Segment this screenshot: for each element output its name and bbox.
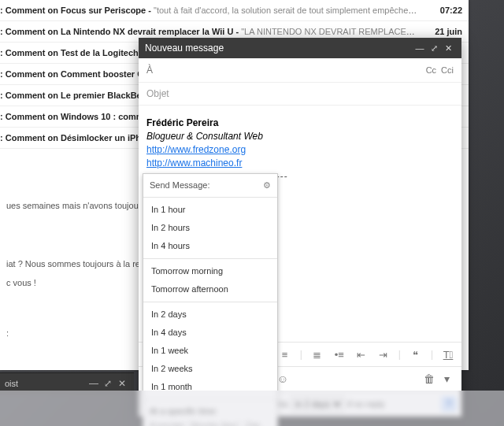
schedule-popover: Send Message: ⚙ In 1 hourIn 2 hoursIn 4 … (143, 173, 278, 426)
inbox-time: 07:22 (419, 6, 462, 15)
minimize-icon[interactable]: — (87, 378, 101, 389)
signature-name: Frédéric Pereira (146, 117, 454, 130)
inbox-subject: : Comment on Focus sur Periscope - "tout… (0, 6, 419, 15)
inbox-time: 21 juin (419, 27, 462, 36)
list-bullet-icon[interactable]: •≡ (332, 349, 346, 361)
schedule-header: Send Message: (150, 179, 209, 192)
expand-icon[interactable]: ⤢ (427, 43, 441, 54)
gear-icon[interactable]: ⚙ (263, 179, 271, 192)
quote-icon[interactable]: ❝ (409, 349, 423, 361)
signature-role: Blogueur & Consultant Web (146, 130, 454, 143)
cc-toggle[interactable]: Cc (426, 65, 436, 75)
more-menu-icon[interactable]: ▾ (438, 372, 455, 385)
minimized-chat-label: oist (5, 379, 87, 388)
schedule-option[interactable]: In 1 week (143, 342, 277, 360)
align-icon[interactable]: ≡ (278, 349, 292, 361)
expand-icon[interactable]: ⤢ (101, 378, 115, 389)
schedule-option[interactable]: In 1 hour (143, 201, 277, 219)
dock (0, 391, 504, 426)
bcc-toggle[interactable]: Cci (441, 65, 454, 75)
close-icon[interactable]: ✕ (115, 378, 129, 389)
schedule-option[interactable]: In 2 weeks (143, 360, 277, 378)
schedule-option[interactable]: In 2 hours (143, 219, 277, 237)
subject-field[interactable]: Objet (146, 88, 169, 99)
compose-title: Nouveau message (145, 43, 413, 54)
trash-icon[interactable]: 🗑 (421, 372, 438, 385)
inbox-subject: : Comment on La Nintendo NX devrait remp… (0, 27, 419, 36)
compose-window: Nouveau message — ⤢ ✕ À Cc Cci Objet Fré… (139, 38, 461, 417)
list-ordered-icon[interactable]: ≣ (310, 349, 324, 361)
schedule-option[interactable]: In 2 days (143, 306, 277, 324)
schedule-option[interactable]: In 4 days (143, 324, 277, 342)
indent-less-icon[interactable]: ⇤ (354, 349, 369, 361)
schedule-option[interactable]: In 4 hours (143, 237, 277, 255)
compose-titlebar[interactable]: Nouveau message — ⤢ ✕ (139, 38, 461, 58)
signature-link-2[interactable]: http://www.machineo.fr (146, 157, 242, 169)
compose-body[interactable]: Frédéric Pereira Blogueur & Consultant W… (139, 106, 461, 342)
indent-more-icon[interactable]: ⇥ (376, 349, 391, 361)
signature-link-1[interactable]: http://www.fredzone.org (146, 144, 246, 155)
clear-format-icon[interactable]: T⃠ (441, 349, 455, 361)
schedule-option[interactable]: Tomorrow afternoon (143, 280, 277, 298)
schedule-option[interactable]: Tomorrow morning (143, 262, 277, 280)
close-icon[interactable]: ✕ (441, 43, 455, 54)
minimize-icon[interactable]: — (413, 43, 427, 53)
to-field[interactable]: À (146, 65, 421, 76)
inbox-row[interactable]: : Comment on Focus sur Periscope - "tout… (0, 0, 469, 21)
